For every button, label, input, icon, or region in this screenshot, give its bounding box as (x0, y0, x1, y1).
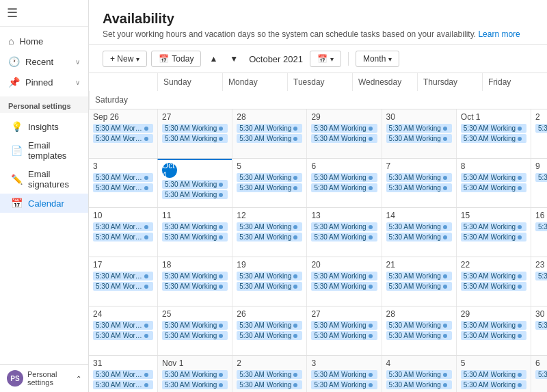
event-bar[interactable]: 5:30 AMWorking (461, 331, 526, 340)
event-bar[interactable]: 5:30 AMWorking (93, 134, 153, 143)
event-bar[interactable]: 5:30 AMWorking (162, 380, 228, 389)
event-bar[interactable]: 5:30 AMWorking (311, 380, 377, 389)
event-bar[interactable]: 5:30 AMWorking (237, 124, 302, 133)
today-button[interactable]: 📅 Today (151, 51, 201, 67)
calendar-cell[interactable]: 305:30 AMWorking (531, 306, 547, 355)
event-bar[interactable]: 5:30 AMWorking (93, 173, 153, 182)
calendar-cell[interactable]: 305:30 AMWorking5:30 AMWorking (382, 109, 456, 158)
new-button[interactable]: + New ▾ (103, 51, 147, 67)
calendar-cell[interactable]: 235:30 AMWorking (531, 257, 547, 306)
event-bar[interactable]: 5:30 AMWorking (535, 370, 547, 379)
sidebar-item-insights[interactable]: 💡 Insights (0, 117, 88, 136)
calendar-cell[interactable]: 255:30 AMWorking5:30 AMWorking (157, 306, 232, 355)
calendar-cell[interactable]: 155:30 AMWorking5:30 AMWorking (456, 208, 531, 257)
calendar-cell[interactable]: 185:30 AMWorking5:30 AMWorking (157, 257, 232, 306)
calendar-cell[interactable]: 225:30 AMWorking5:30 AMWorking (456, 257, 531, 306)
event-bar[interactable]: 5:30 AMWorking (386, 331, 452, 340)
event-bar[interactable]: 5:30 AMWorking (237, 222, 302, 231)
event-bar[interactable]: 5:30 AMWorking (93, 321, 153, 330)
month-button[interactable]: Month ▾ (356, 51, 399, 67)
event-bar[interactable]: 5:30 AMWorking (386, 222, 452, 231)
calendar-cell[interactable]: 175:30 AMWorking5:30 AMWorking (89, 257, 157, 306)
event-bar[interactable]: 5:30 AMWorking (162, 124, 228, 133)
event-bar[interactable]: 5:30 AMWorking (237, 370, 302, 379)
event-bar[interactable]: 5:30 AMWorking (237, 331, 302, 340)
event-bar[interactable]: 5:30 AMWorking (162, 134, 228, 143)
event-bar[interactable]: 5:30 AMWorking (461, 134, 526, 143)
hamburger-icon[interactable]: ☰ (7, 6, 18, 20)
event-bar[interactable]: 5:30 AMWorking (386, 282, 452, 291)
event-bar[interactable]: 5:30 AMWorking (311, 282, 377, 291)
calendar-cell[interactable]: 145:30 AMWorking5:30 AMWorking (382, 208, 456, 257)
calendar-cell[interactable]: Sep 265:30 AMWorking5:30 AMWorking (89, 109, 157, 158)
sidebar-item-pinned[interactable]: 📌 Pinned ∨ (0, 72, 88, 92)
event-bar[interactable]: 5:30 AMWorking (93, 380, 153, 389)
sidebar-item-home[interactable]: ⌂ Home (0, 31, 88, 51)
event-bar[interactable]: 5:30 AMWorking (535, 173, 547, 182)
event-bar[interactable]: 5:30 AMWorking (311, 233, 377, 241)
event-bar[interactable]: 5:30 AMWorking (535, 124, 547, 133)
event-bar[interactable]: 5:30 AMWorking (93, 282, 153, 291)
prev-button[interactable]: ▲ (205, 51, 222, 66)
event-bar[interactable]: 5:30 AMWorking (311, 370, 377, 379)
calendar-cell[interactable]: 295:30 AMWorking5:30 AMWorking (306, 109, 381, 158)
calendar-cell[interactable]: 245:30 AMWorking5:30 AMWorking (89, 306, 157, 355)
calendar-cell[interactable]: Oct 15:30 AMWorking5:30 AMWorking (456, 109, 531, 158)
calendar-cell[interactable]: 275:30 AMWorking5:30 AMWorking (306, 306, 381, 355)
event-bar[interactable]: 5:30 AMWorking (93, 124, 153, 133)
event-bar[interactable]: 5:30 AMWorking (162, 180, 228, 189)
event-bar[interactable]: 5:30 AMWorking (386, 380, 452, 389)
event-bar[interactable]: 5:30 AMWorking (93, 183, 153, 192)
sidebar-item-calendar[interactable]: 📅 Calendar (0, 194, 88, 213)
event-bar[interactable]: 5:30 AMWorking (162, 282, 228, 291)
calendar-cell[interactable]: 75:30 AMWorking5:30 AMWorking (382, 159, 456, 207)
next-button[interactable]: ▼ (226, 51, 242, 66)
event-bar[interactable]: 5:30 AMWorking (162, 331, 228, 340)
calendar-cell[interactable]: 275:30 AMWorking5:30 AMWorking (157, 109, 232, 158)
event-bar[interactable]: 5:30 AMWorking (237, 233, 302, 241)
calendar-cell[interactable]: 55:30 AMWorking5:30 AMWorking (456, 356, 531, 392)
event-bar[interactable]: 5:30 AMWorking (461, 282, 526, 291)
event-bar[interactable]: 5:30 AMWorking (162, 222, 228, 231)
event-bar[interactable]: 5:30 AMWorking (386, 183, 452, 192)
calendar-cell[interactable]: 95:30 AMWorking (531, 159, 547, 207)
event-bar[interactable]: 5:30 AMWorking (461, 321, 526, 330)
event-bar[interactable]: 5:30 AMWorking (311, 222, 377, 231)
event-bar[interactable]: 5:30 AMWorking (162, 370, 228, 379)
learn-more-link[interactable]: Learn more (478, 29, 520, 39)
calendar-cell[interactable]: 315:30 AMWorking5:30 AMWorking (89, 356, 157, 392)
calendar-cell[interactable]: 195:30 AMWorking5:30 AMWorking (232, 257, 306, 306)
event-bar[interactable]: 5:30 AMWorking (93, 233, 153, 241)
event-bar[interactable]: 5:30 AMWorking (461, 272, 526, 280)
event-bar[interactable]: 5:30 AMWorking (311, 331, 377, 340)
period-picker-button[interactable]: 📅 ▾ (310, 51, 341, 67)
event-bar[interactable]: 5:30 AMWorking (93, 370, 153, 379)
event-bar[interactable]: 5:30 AMWorking (386, 370, 452, 379)
calendar-cell[interactable]: Nov 15:30 AMWorking5:30 AMWorking (157, 356, 232, 392)
event-bar[interactable]: 5:30 AMWorking (93, 222, 153, 231)
event-bar[interactable]: 5:30 AMWorking (461, 183, 526, 192)
calendar-cell[interactable]: 35:30 AMWorking5:30 AMWorking (306, 356, 381, 392)
calendar-cell[interactable]: 25:30 AMWorking5:30 AMWorking (232, 356, 306, 392)
event-bar[interactable]: 5:30 AMWorking (237, 272, 302, 280)
event-bar[interactable]: 5:30 AMWorking (311, 272, 377, 280)
event-bar[interactable]: 5:30 AMWorking (386, 173, 452, 182)
calendar-cell[interactable]: 285:30 AMWorking5:30 AMWorking (382, 306, 456, 355)
event-bar[interactable]: 5:30 AMWorking (535, 222, 547, 231)
event-bar[interactable]: 5:30 AMWorking (237, 380, 302, 389)
event-bar[interactable]: 5:30 AMWorking (461, 233, 526, 241)
calendar-cell[interactable]: 135:30 AMWorking5:30 AMWorking (306, 208, 381, 257)
sidebar-item-email-templates[interactable]: 📄 Email templates (0, 136, 88, 165)
event-bar[interactable]: 5:30 AMWorking (461, 380, 526, 389)
event-bar[interactable]: 5:30 AMWorking (461, 124, 526, 133)
calendar-cell[interactable]: 205:30 AMWorking5:30 AMWorking (306, 257, 381, 306)
event-bar[interactable]: 5:30 AMWorking (162, 272, 228, 280)
event-bar[interactable]: 5:30 AMWorking (461, 173, 526, 182)
event-bar[interactable]: 5:30 AMWorking (461, 222, 526, 231)
event-bar[interactable]: 5:30 AMWorking (386, 124, 452, 133)
calendar-cell[interactable]: 125:30 AMWorking5:30 AMWorking (232, 208, 306, 257)
calendar-cell[interactable]: 45:30 AMWorking5:30 AMWorking (382, 356, 456, 392)
event-bar[interactable]: 5:30 AMWorking (93, 272, 153, 280)
event-bar[interactable]: 5:30 AMWorking (93, 331, 153, 340)
event-bar[interactable]: 5:30 AMWorking (311, 173, 377, 182)
